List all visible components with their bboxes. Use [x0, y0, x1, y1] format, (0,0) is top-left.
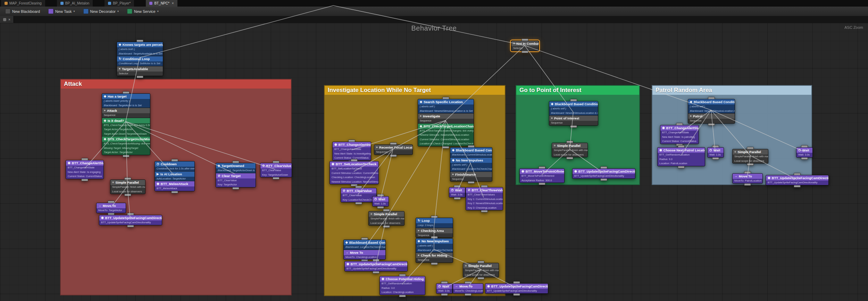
node-investigate-clear-value[interactable]: ⊘BTT_ClearValueBTT_ClearValueKey: Locati…	[341, 188, 377, 202]
task-section[interactable]: ◉BTT_UpdateSpriteFacingCamDirectionality…	[99, 215, 162, 225]
node-poi-update-sprite[interactable]: ◉BTT_UpdateSpriteFacingCamDirectionality…	[572, 168, 635, 179]
node-finish-search[interactable]: ◆Blackboard Based ConditionBlackboard: C…	[450, 147, 492, 182]
node-investigate-sequence[interactable]: ◆Search Specific Location( aborts self )…	[418, 99, 474, 147]
node-patrol-update-sprite[interactable]: ◉BTT_UpdateSpriteFacingCamDirectionality…	[766, 175, 829, 185]
output-pin[interactable]	[600, 178, 607, 181]
decorator-section[interactable]: ◆Blackboard Based ConditionBlackboard: C…	[450, 148, 492, 157]
service-section[interactable]: ◈BTS_CheckTargetLocationChangesBTS_Check…	[418, 123, 474, 146]
output-pin[interactable]	[81, 179, 88, 181]
task-section[interactable]: →Move ToMoveTo: CheckingLocation	[344, 250, 385, 260]
composite-section[interactable]: ≡Simple ParallelSimpleParallel: finish w…	[733, 149, 768, 163]
input-pin[interactable]	[441, 281, 448, 284]
input-pin[interactable]	[454, 185, 461, 187]
node-investigate-wait-1[interactable]: ◷WaitWait: 1.0s	[372, 196, 389, 207]
output-pin[interactable]	[678, 166, 685, 168]
output-pin[interactable]	[794, 185, 801, 187]
input-pin[interactable]	[468, 145, 475, 148]
output-pin[interactable]	[136, 76, 143, 78]
comment-title[interactable]: Go to Point of Interest	[516, 86, 639, 95]
input-pin[interactable]	[521, 39, 528, 41]
composite-section[interactable]: ≡Simple ParallelSimpleParallel: finish w…	[463, 263, 499, 277]
input-pin[interactable]	[171, 159, 178, 161]
task-section[interactable]: ◉BTT_UpdateSpriteFacingCamDirectionality…	[485, 284, 548, 293]
output-pin[interactable]	[383, 225, 390, 228]
node-move-to-point-of-interest[interactable]: ◉BTT_MoveToPointOfInterestBTT_MoveToPoin…	[519, 168, 565, 183]
composite-section[interactable]: »Point of InterestSequence	[549, 115, 598, 125]
output-pin[interactable]	[442, 146, 449, 149]
output-pin[interactable]	[377, 206, 384, 209]
output-pin[interactable]	[127, 225, 134, 227]
input-pin[interactable]	[273, 161, 279, 163]
output-pin[interactable]	[481, 210, 488, 212]
node-investigate-change-alert-state[interactable]: ◉BTT_ChangeAlertStateBTT_ChangeAlertStat…	[332, 142, 371, 161]
node-checking-area[interactable]: ↻LoopLoop: 3 loops»Checking AreaSequence	[416, 218, 453, 238]
task-section[interactable]: ◉BTT_ChangeAlertStateBTT_ChangeAlertStat…	[660, 125, 699, 144]
output-pin[interactable]	[454, 197, 461, 200]
output-pin[interactable]	[521, 51, 528, 53]
decorator-section[interactable]: ◆Blackboard Based Condition( aborts self…	[549, 101, 598, 115]
task-section[interactable]: ⊘Clear TargetBTT_ClearValueKey: TargetAc…	[216, 173, 256, 187]
task-section[interactable]: ◷WaitWait: 1.0s	[708, 148, 724, 157]
task-section[interactable]: ◉BTT_MeleeAttackBTT_MeleeAttack	[155, 181, 194, 191]
comment-title[interactable]: Investigate Location While No Target	[325, 86, 505, 95]
decorator-section[interactable]: ◆Blackboard Based Condition( aborts self…	[688, 99, 735, 113]
node-choose-next-patrol-location[interactable]: ◉Choose Next Patrol LocationBTT_GetRando…	[657, 147, 705, 166]
input-pin[interactable]	[801, 145, 808, 148]
node-investigate-wait-2[interactable]: ◷WaitWait: 3.0s	[436, 283, 453, 294]
input-pin[interactable]	[513, 281, 520, 284]
composite-section[interactable]: ≡Simple ParallelSimpleParallel: finish w…	[110, 180, 145, 194]
input-pin[interactable]	[355, 186, 362, 188]
node-targets-available[interactable]: ◆Knows targets are perceived( aborts bot…	[117, 42, 163, 76]
task-section[interactable]: ◉Choose Next Patrol LocationBTT_GetRando…	[658, 148, 705, 166]
task-section[interactable]: ◷WaitWait: 1.0s	[373, 197, 389, 206]
input-pin[interactable]	[708, 97, 715, 99]
output-pin[interactable]	[747, 163, 754, 166]
output-pin[interactable]	[477, 277, 484, 279]
task-section[interactable]: →Move ToMoveTo: CheckingLocation	[453, 284, 483, 293]
input-pin[interactable]	[108, 201, 115, 203]
input-pin[interactable]	[361, 237, 368, 240]
task-section[interactable]: ⊘BTT_ClearThreeValuesBTT_ClearThreeValue…	[466, 187, 503, 210]
composite-section[interactable]: ≡Simple ParallelSimpleParallel: finish w…	[552, 143, 587, 157]
decorator-section[interactable]: ▶Is At LocationIsAtLocation: TargetActor	[155, 171, 194, 181]
input-pin[interactable]	[431, 216, 438, 218]
task-section[interactable]: ◉BTT_ChangeAlertStateBTT_ChangeAlertStat…	[66, 160, 103, 179]
input-pin[interactable]	[678, 145, 685, 148]
task-section[interactable]: ◉Choose Potential Hiding LocationBTT_Get…	[380, 276, 425, 295]
output-pin[interactable]	[373, 271, 379, 274]
input-pin[interactable]	[465, 281, 471, 284]
node-investigate-update-sprite-2[interactable]: ◉BTT_UpdateSpriteFacingCamDirectionality…	[485, 283, 548, 294]
input-pin[interactable]	[124, 177, 131, 180]
output-pin[interactable]	[744, 183, 751, 186]
node-checking-move-to-2[interactable]: →Move ToMoveTo: CheckingLocation	[453, 283, 483, 294]
task-section[interactable]: ◉BTT_UpdateSpriteFacingCamDirectionality…	[573, 169, 635, 178]
input-pin[interactable]	[712, 145, 719, 148]
task-section[interactable]: ◉BTT_ChangeAlertStateBTT_ChangeAlertStat…	[333, 142, 371, 160]
service-section[interactable]: ◈Is it dead?BTS_CheckTargetsDead: tick e…	[102, 118, 150, 136]
input-pin[interactable]	[481, 185, 488, 187]
node-patrol-wait-2[interactable]: ◷WaitWait: 3.0s	[796, 147, 813, 158]
input-pin[interactable]	[570, 99, 577, 101]
output-pin[interactable]	[273, 177, 279, 179]
input-pin[interactable]	[431, 236, 438, 239]
composite-section[interactable]: ×Not In CombatSelector	[511, 41, 539, 51]
node-point-of-interest-sequence[interactable]: ◆Blackboard Based Condition( aborts self…	[549, 101, 598, 126]
decorator-section[interactable]: ◆No New Impulses( aborts self )Blackboar…	[416, 239, 453, 252]
node-attack-update-sprite[interactable]: ◉BTT_UpdateSpriteFacingCamDirectionality…	[99, 215, 162, 225]
output-pin[interactable]	[441, 293, 448, 296]
input-pin[interactable]	[566, 141, 573, 143]
task-section[interactable]: →Move ToMoveTo: TargetActor	[97, 203, 126, 213]
output-pin[interactable]	[232, 187, 239, 190]
input-pin[interactable]	[399, 274, 406, 276]
output-pin[interactable]	[712, 157, 719, 160]
input-pin[interactable]	[123, 91, 130, 94]
input-pin[interactable]	[81, 158, 88, 160]
service-section[interactable]: ◈BTS_CheckTargetActorMissingBTS_CheckTar…	[102, 136, 150, 155]
node-patrol-simple-parallel[interactable]: ≡Simple ParallelSimpleParallel: finish w…	[732, 149, 768, 164]
node-investigate-simple-parallel-2[interactable]: ≡Simple ParallelSimpleParallel: finish w…	[463, 263, 499, 277]
task-section[interactable]: ◷WaitWait: 3.0s	[436, 284, 452, 293]
node-recenter-focal-location[interactable]: »Recenter Focal LocationSequence	[374, 144, 413, 155]
node-attack-clear-value[interactable]: ⊘BTT_ClearValueBTT_ClearValueKey: Target…	[260, 163, 292, 177]
decorator-section[interactable]: ↻Conditional LoopConditional Loop: SelfA…	[117, 56, 163, 66]
output-pin[interactable]	[465, 293, 471, 296]
